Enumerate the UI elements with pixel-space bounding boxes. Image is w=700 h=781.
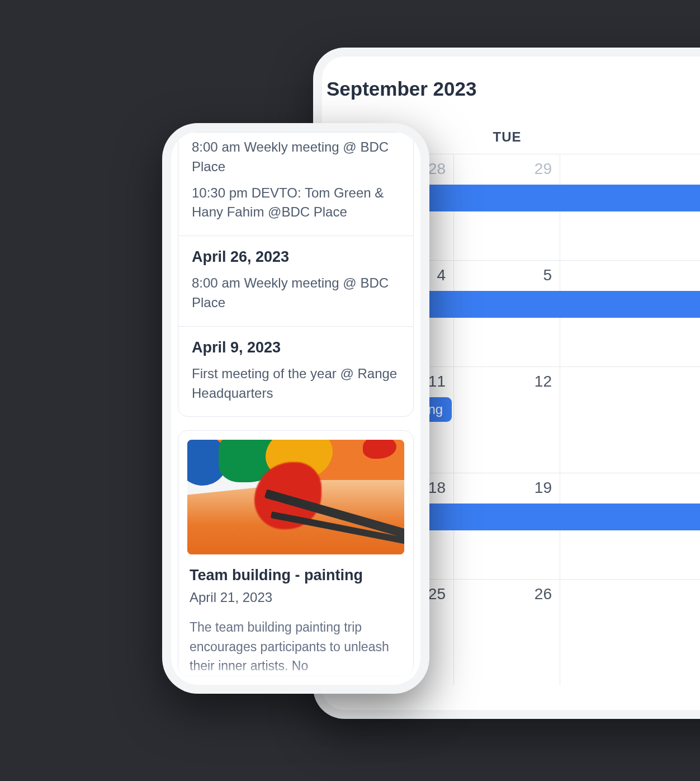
calendar-title: September 2023 — [322, 78, 700, 126]
day-number: 18 — [428, 479, 446, 497]
day-number: 28 — [428, 160, 446, 178]
agenda-list-item[interactable]: April 26, 20238:00 am Weekly meeting @ B… — [178, 236, 413, 326]
agenda-item-date: April 26, 2023 — [192, 248, 400, 266]
day-number: 4 — [437, 266, 446, 284]
agenda-item-line: First meeting of the year @ Range Headqu… — [192, 364, 400, 403]
day-number: 26 — [535, 585, 552, 603]
agenda-item-line: 8:00 am Weekly meeting @ BDC Place — [192, 138, 400, 177]
agenda-list-item[interactable]: April 13, 20238:00 am Weekly meeting @ B… — [178, 132, 413, 236]
event-image — [187, 440, 404, 554]
agenda-list-item[interactable]: April 9, 2023First meeting of the year @… — [178, 326, 413, 417]
phone-screen: April 13, 20238:00 am Weekly meeting @ B… — [171, 132, 420, 685]
day-number: 19 — [535, 479, 552, 497]
day-number: 5 — [543, 266, 552, 284]
event-description: The team building painting trip encourag… — [187, 618, 404, 676]
agenda-item-line: 8:00 am Weekly meeting @ BDC Place — [192, 274, 400, 313]
event-detail-card[interactable]: Team building - painting April 21, 2023 … — [178, 430, 414, 676]
event-title: Team building - painting — [187, 567, 404, 584]
day-number: 11 — [428, 373, 446, 391]
weekday-label: TUE — [454, 126, 560, 154]
agenda-list-card: April 13, 20238:00 am Weekly meeting @ B… — [178, 132, 414, 417]
phone-content[interactable]: April 13, 20238:00 am Weekly meeting @ B… — [171, 132, 420, 685]
event-date: April 21, 2023 — [187, 590, 404, 605]
calendar-cell[interactable]: 12 — [454, 367, 560, 473]
agenda-item-date: April 9, 2023 — [192, 339, 400, 356]
agenda-item-line: 10:30 pm DEVTO: Tom Green & Hany Fahim @… — [192, 184, 400, 223]
day-number: 25 — [428, 585, 446, 603]
calendar-cell[interactable]: 26 — [454, 580, 560, 685]
day-number: 29 — [535, 160, 552, 178]
phone-frame: April 13, 20238:00 am Weekly meeting @ B… — [162, 123, 429, 694]
day-number: 12 — [535, 373, 552, 391]
